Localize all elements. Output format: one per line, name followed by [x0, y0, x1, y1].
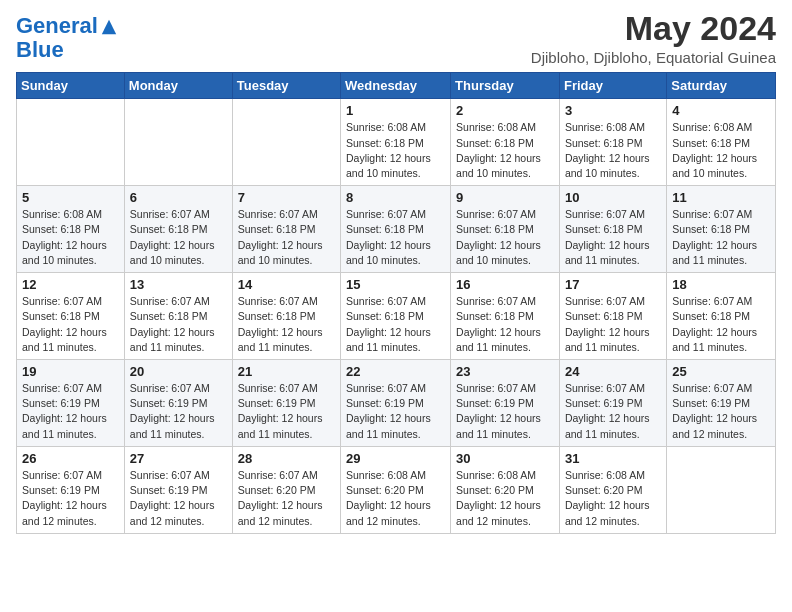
table-row: 4Sunrise: 6:08 AMSunset: 6:18 PMDaylight…: [667, 99, 776, 186]
table-row: 19Sunrise: 6:07 AMSunset: 6:19 PMDayligh…: [17, 360, 125, 447]
table-row: 12Sunrise: 6:07 AMSunset: 6:18 PMDayligh…: [17, 273, 125, 360]
day-info: Sunrise: 6:07 AMSunset: 6:19 PMDaylight:…: [346, 381, 445, 442]
weekday-header-row: Sunday Monday Tuesday Wednesday Thursday…: [17, 73, 776, 99]
table-row: [17, 99, 125, 186]
table-row: 16Sunrise: 6:07 AMSunset: 6:18 PMDayligh…: [451, 273, 560, 360]
day-number: 14: [238, 277, 335, 292]
day-info: Sunrise: 6:07 AMSunset: 6:18 PMDaylight:…: [565, 207, 661, 268]
table-row: 8Sunrise: 6:07 AMSunset: 6:18 PMDaylight…: [341, 186, 451, 273]
day-info: Sunrise: 6:08 AMSunset: 6:18 PMDaylight:…: [565, 120, 661, 181]
table-row: 26Sunrise: 6:07 AMSunset: 6:19 PMDayligh…: [17, 446, 125, 533]
day-number: 2: [456, 103, 554, 118]
table-row: [232, 99, 340, 186]
day-number: 30: [456, 451, 554, 466]
day-number: 13: [130, 277, 227, 292]
day-number: 1: [346, 103, 445, 118]
logo-icon: [100, 18, 118, 36]
day-info: Sunrise: 6:07 AMSunset: 6:19 PMDaylight:…: [672, 381, 770, 442]
day-number: 5: [22, 190, 119, 205]
header-friday: Friday: [559, 73, 666, 99]
day-number: 21: [238, 364, 335, 379]
day-info: Sunrise: 6:07 AMSunset: 6:18 PMDaylight:…: [130, 294, 227, 355]
table-row: 5Sunrise: 6:08 AMSunset: 6:18 PMDaylight…: [17, 186, 125, 273]
table-row: 3Sunrise: 6:08 AMSunset: 6:18 PMDaylight…: [559, 99, 666, 186]
table-row: 22Sunrise: 6:07 AMSunset: 6:19 PMDayligh…: [341, 360, 451, 447]
day-number: 31: [565, 451, 661, 466]
table-row: 10Sunrise: 6:07 AMSunset: 6:18 PMDayligh…: [559, 186, 666, 273]
day-info: Sunrise: 6:07 AMSunset: 6:18 PMDaylight:…: [672, 294, 770, 355]
day-number: 19: [22, 364, 119, 379]
table-row: 27Sunrise: 6:07 AMSunset: 6:19 PMDayligh…: [124, 446, 232, 533]
day-number: 29: [346, 451, 445, 466]
table-row: [667, 446, 776, 533]
day-number: 6: [130, 190, 227, 205]
day-info: Sunrise: 6:08 AMSunset: 6:18 PMDaylight:…: [672, 120, 770, 181]
day-info: Sunrise: 6:07 AMSunset: 6:19 PMDaylight:…: [22, 468, 119, 529]
header-thursday: Thursday: [451, 73, 560, 99]
calendar-week-row: 19Sunrise: 6:07 AMSunset: 6:19 PMDayligh…: [17, 360, 776, 447]
day-number: 9: [456, 190, 554, 205]
day-info: Sunrise: 6:07 AMSunset: 6:18 PMDaylight:…: [456, 294, 554, 355]
day-number: 16: [456, 277, 554, 292]
day-info: Sunrise: 6:08 AMSunset: 6:20 PMDaylight:…: [565, 468, 661, 529]
day-info: Sunrise: 6:08 AMSunset: 6:20 PMDaylight:…: [346, 468, 445, 529]
location: Djibloho, Djibloho, Equatorial Guinea: [531, 49, 776, 66]
day-info: Sunrise: 6:08 AMSunset: 6:18 PMDaylight:…: [346, 120, 445, 181]
day-info: Sunrise: 6:07 AMSunset: 6:19 PMDaylight:…: [565, 381, 661, 442]
table-row: 23Sunrise: 6:07 AMSunset: 6:19 PMDayligh…: [451, 360, 560, 447]
calendar-week-row: 1Sunrise: 6:08 AMSunset: 6:18 PMDaylight…: [17, 99, 776, 186]
table-row: 29Sunrise: 6:08 AMSunset: 6:20 PMDayligh…: [341, 446, 451, 533]
day-info: Sunrise: 6:07 AMSunset: 6:19 PMDaylight:…: [130, 381, 227, 442]
table-row: 11Sunrise: 6:07 AMSunset: 6:18 PMDayligh…: [667, 186, 776, 273]
logo: General Blue: [16, 14, 118, 62]
header-wednesday: Wednesday: [341, 73, 451, 99]
day-number: 18: [672, 277, 770, 292]
day-number: 27: [130, 451, 227, 466]
logo-text-line1: General: [16, 14, 98, 38]
day-info: Sunrise: 6:07 AMSunset: 6:19 PMDaylight:…: [238, 381, 335, 442]
table-row: 18Sunrise: 6:07 AMSunset: 6:18 PMDayligh…: [667, 273, 776, 360]
day-number: 26: [22, 451, 119, 466]
day-number: 23: [456, 364, 554, 379]
table-row: 15Sunrise: 6:07 AMSunset: 6:18 PMDayligh…: [341, 273, 451, 360]
page: General Blue May 2024 Djibloho, Djibloho…: [0, 0, 792, 612]
day-info: Sunrise: 6:07 AMSunset: 6:18 PMDaylight:…: [238, 207, 335, 268]
day-number: 20: [130, 364, 227, 379]
day-info: Sunrise: 6:07 AMSunset: 6:18 PMDaylight:…: [456, 207, 554, 268]
table-row: 14Sunrise: 6:07 AMSunset: 6:18 PMDayligh…: [232, 273, 340, 360]
day-info: Sunrise: 6:07 AMSunset: 6:19 PMDaylight:…: [456, 381, 554, 442]
day-info: Sunrise: 6:08 AMSunset: 6:20 PMDaylight:…: [456, 468, 554, 529]
day-info: Sunrise: 6:07 AMSunset: 6:18 PMDaylight:…: [22, 294, 119, 355]
table-row: 30Sunrise: 6:08 AMSunset: 6:20 PMDayligh…: [451, 446, 560, 533]
table-row: 28Sunrise: 6:07 AMSunset: 6:20 PMDayligh…: [232, 446, 340, 533]
day-number: 24: [565, 364, 661, 379]
logo-text-line2: Blue: [16, 38, 118, 62]
table-row: 31Sunrise: 6:08 AMSunset: 6:20 PMDayligh…: [559, 446, 666, 533]
day-info: Sunrise: 6:07 AMSunset: 6:19 PMDaylight:…: [130, 468, 227, 529]
header: General Blue May 2024 Djibloho, Djibloho…: [16, 10, 776, 66]
day-number: 12: [22, 277, 119, 292]
table-row: 9Sunrise: 6:07 AMSunset: 6:18 PMDaylight…: [451, 186, 560, 273]
day-info: Sunrise: 6:07 AMSunset: 6:20 PMDaylight:…: [238, 468, 335, 529]
header-sunday: Sunday: [17, 73, 125, 99]
day-info: Sunrise: 6:08 AMSunset: 6:18 PMDaylight:…: [22, 207, 119, 268]
day-number: 4: [672, 103, 770, 118]
header-saturday: Saturday: [667, 73, 776, 99]
table-row: 20Sunrise: 6:07 AMSunset: 6:19 PMDayligh…: [124, 360, 232, 447]
day-number: 10: [565, 190, 661, 205]
day-number: 28: [238, 451, 335, 466]
svg-marker-0: [102, 20, 116, 34]
day-number: 25: [672, 364, 770, 379]
day-info: Sunrise: 6:07 AMSunset: 6:18 PMDaylight:…: [346, 294, 445, 355]
table-row: 7Sunrise: 6:07 AMSunset: 6:18 PMDaylight…: [232, 186, 340, 273]
day-number: 8: [346, 190, 445, 205]
day-number: 17: [565, 277, 661, 292]
table-row: 13Sunrise: 6:07 AMSunset: 6:18 PMDayligh…: [124, 273, 232, 360]
month-year: May 2024: [531, 10, 776, 47]
day-number: 11: [672, 190, 770, 205]
calendar-week-row: 12Sunrise: 6:07 AMSunset: 6:18 PMDayligh…: [17, 273, 776, 360]
calendar-week-row: 26Sunrise: 6:07 AMSunset: 6:19 PMDayligh…: [17, 446, 776, 533]
table-row: 21Sunrise: 6:07 AMSunset: 6:19 PMDayligh…: [232, 360, 340, 447]
day-info: Sunrise: 6:07 AMSunset: 6:18 PMDaylight:…: [672, 207, 770, 268]
day-info: Sunrise: 6:08 AMSunset: 6:18 PMDaylight:…: [456, 120, 554, 181]
